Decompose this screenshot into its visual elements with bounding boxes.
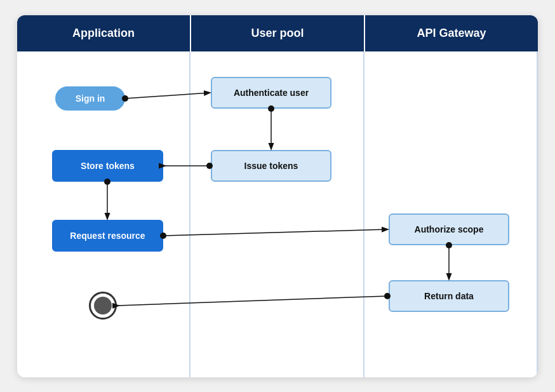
return-data-node: Return data bbox=[389, 280, 509, 312]
request-resource-node: Request resource bbox=[52, 220, 163, 252]
store-tokens-node: Store tokens bbox=[52, 150, 163, 182]
issue-tokens-node: Issue tokens bbox=[211, 150, 331, 182]
authorize-scope-node: Authorize scope bbox=[389, 213, 509, 245]
diagram-container: Application User pool API Gateway Sign i… bbox=[17, 15, 538, 377]
col-header-userpool: User pool bbox=[191, 15, 365, 51]
end-node bbox=[89, 292, 117, 320]
sign-in-node: Sign in bbox=[55, 86, 125, 111]
col-header-application: Application bbox=[17, 15, 191, 51]
col-header-apigateway: API Gateway bbox=[365, 15, 538, 51]
end-node-inner bbox=[94, 297, 112, 314]
columns-header: Application User pool API Gateway bbox=[17, 15, 538, 51]
columns-body: Sign in Authenticate user Issue tokens S… bbox=[17, 51, 538, 377]
authenticate-user-node: Authenticate user bbox=[211, 77, 331, 109]
